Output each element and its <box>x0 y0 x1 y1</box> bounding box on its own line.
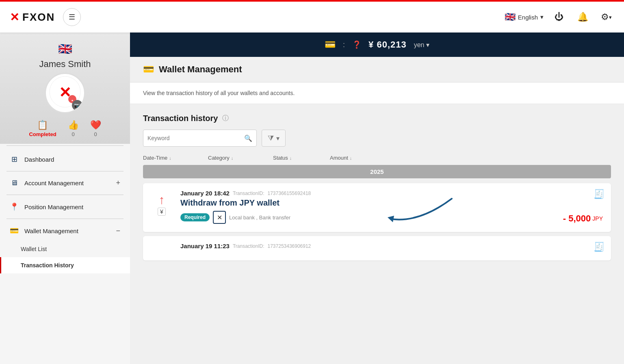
page-body: 💳 Wallet Management View the transaction… <box>130 57 624 364</box>
tag-required: Required <box>180 213 210 221</box>
sidebar-item-wallet-management[interactable]: 💳 Wallet Management − <box>0 221 130 241</box>
sidebar-item-position-management[interactable]: 📍 Position Management <box>0 197 130 217</box>
profile-flag-icon: 🇬🇧 <box>58 42 72 56</box>
cancel-icon: ✕ <box>217 214 222 221</box>
balance-help-icon[interactable]: ❓ <box>352 40 361 49</box>
sidebar-item-account-management[interactable]: 🖥 Account Management + <box>0 173 130 193</box>
stat-likes: 👍 0 <box>68 120 79 137</box>
language-label: English <box>518 14 538 21</box>
transaction-section: Transaction history ⓘ 🔍 ⧩ ▾ <box>130 104 624 274</box>
transaction-card-2: January 19 11:23 TransactionID: 17372534… <box>143 236 611 260</box>
search-box: 🔍 <box>143 130 257 147</box>
menu-button[interactable]: ☰ <box>63 8 81 26</box>
balance-value: 60,213 <box>377 39 406 50</box>
navbar-left: ✕ FXON ☰ <box>10 8 81 26</box>
transaction-icon-col-2 <box>150 243 174 246</box>
completed-icon: 📋 <box>37 120 48 130</box>
favorite-count: 0 <box>94 131 97 137</box>
cancel-button-1[interactable]: ✕ <box>213 211 226 224</box>
logo-icon: ✕ <box>10 11 19 24</box>
stat-completed: 📋 Completed <box>29 120 56 137</box>
sidebar-divider-1 <box>6 145 124 146</box>
tx-meta-row: January 20 18:42 TransactionID: 17373661… <box>180 190 531 197</box>
sidebar-divider-2 <box>6 171 124 171</box>
th-category[interactable]: Category ↓ <box>208 155 273 161</box>
navbar-right: 🇬🇧 English ▾ ⏻ 🔔 ⚙ ▾ <box>505 9 614 25</box>
sidebar-item-wallet-list[interactable]: Wallet List <box>0 241 130 257</box>
sort-icon-datetime: ↓ <box>169 156 171 160</box>
notifications-button[interactable]: 🔔 <box>574 9 591 25</box>
tx-datetime-2: January 19 11:23 <box>180 243 230 249</box>
page-title: Wallet Management <box>159 64 242 75</box>
section-help-icon[interactable]: ⓘ <box>222 114 229 123</box>
camera-icon: 📷 <box>74 102 80 108</box>
withdraw-currency-label: ¥ <box>158 208 166 216</box>
language-selector[interactable]: 🇬🇧 English ▾ <box>505 12 544 22</box>
balance-currency[interactable]: yen ▾ <box>414 41 429 49</box>
page-header-icon: 💳 <box>143 64 154 75</box>
page-header: 💳 Wallet Management <box>130 57 624 82</box>
filter-icon: ⧩ <box>268 134 274 143</box>
settings-button[interactable]: ⚙ ▾ <box>598 9 614 25</box>
transaction-content-1: January 20 18:42 TransactionID: 17373661… <box>180 190 531 225</box>
position-label: Position Management <box>24 204 120 210</box>
avatar: ✕ • 📷 <box>45 73 85 113</box>
section-title-row: Transaction history ⓘ <box>143 114 611 123</box>
main-layout: 🇬🇧 James Smith ✕ • 📷 � <box>0 32 624 364</box>
search-input[interactable] <box>147 135 244 141</box>
heart-icon: ❤️ <box>90 120 101 130</box>
th-status[interactable]: Status ↓ <box>273 155 330 161</box>
logo: ✕ FXON <box>10 11 55 24</box>
receipt-button-2[interactable]: 🧾 <box>594 242 604 252</box>
wallet-icon: 💳 <box>10 226 19 235</box>
receipt-button-1[interactable]: 🧾 <box>594 189 604 199</box>
profile-stats: 📋 Completed 👍 0 ❤️ 0 <box>29 120 101 137</box>
camera-badge[interactable]: 📷 <box>72 100 82 110</box>
tx-tags-1: Required ✕ Local bank , Bank transfer <box>180 211 531 224</box>
sidebar: 🇬🇧 James Smith ✕ • 📷 � <box>0 32 130 364</box>
tx-id-value-2: 1737253436906912 <box>268 243 311 249</box>
hamburger-icon: ☰ <box>69 13 75 22</box>
wallet-collapse-icon: − <box>116 227 120 235</box>
tx-datetime-1: January 20 18:42 <box>180 190 230 197</box>
arrow-annotation <box>379 195 460 229</box>
tx-title-1: Withdraw from JPY wallet <box>180 198 531 208</box>
tx-id-label-2: TransactionID: <box>233 243 264 249</box>
th-amount[interactable]: Amount ↓ <box>330 155 611 161</box>
search-icon: 🔍 <box>244 134 252 142</box>
table-headers: Date-Time ↓ Category ↓ Status ↓ Amount ↓ <box>143 152 611 165</box>
dashboard-icon: ⊞ <box>10 155 19 164</box>
sidebar-item-transaction-history[interactable]: Transaction History <box>0 257 130 273</box>
receipt-icon: 🧾 <box>594 189 604 199</box>
sidebar-item-dashboard[interactable]: ⊞ Dashboard <box>0 149 130 169</box>
sidebar-divider-3 <box>6 195 124 195</box>
balance-separator: : <box>343 41 345 49</box>
wallet-label: Wallet Management <box>24 228 110 234</box>
profile-name: James Smith <box>39 59 91 69</box>
tx-amount-currency-1: JPY <box>592 215 603 222</box>
logo-text: FXON <box>22 11 55 24</box>
bell-icon: 🔔 <box>577 12 588 22</box>
top-navbar: ✕ FXON ☰ 🇬🇧 English ▾ ⏻ 🔔 ⚙ ▾ <box>0 0 624 32</box>
description-text: View the transaction history of all your… <box>143 90 295 96</box>
sidebar-profile: 🇬🇧 James Smith ✕ • 📷 � <box>0 32 130 144</box>
main-content: 💳 : ❓ ¥ 60,213 yen ▾ 💳 Wallet Management… <box>130 32 624 364</box>
stat-favorites: ❤️ 0 <box>90 120 101 137</box>
balance-chevron: ▾ <box>426 41 429 48</box>
tx-amount-value-1: - 5,000 <box>563 213 591 224</box>
settings-chevron: ▾ <box>609 14 612 20</box>
wallet-list-label: Wallet List <box>21 246 47 252</box>
balance-bar: 💳 : ❓ ¥ 60,213 yen ▾ <box>130 32 624 57</box>
payment-info-1: Local bank , Bank transfer <box>229 214 290 221</box>
filter-button[interactable]: ⧩ ▾ <box>262 130 286 147</box>
tx-id-label-1: TransactionID: <box>233 191 264 196</box>
transaction-icon-col: ↑ ¥ <box>150 190 174 216</box>
th-datetime[interactable]: Date-Time ↓ <box>143 155 208 161</box>
uk-flag-icon: 🇬🇧 <box>505 12 516 22</box>
tx-amount-col-1: - 5,000 JPY <box>538 213 603 225</box>
power-button[interactable]: ⏻ <box>551 9 567 25</box>
account-expand-icon: + <box>116 179 120 187</box>
tx-id-value-1: 1737366155692418 <box>268 191 311 196</box>
sidebar-divider-4 <box>6 219 124 219</box>
gear-icon: ⚙ <box>601 12 609 22</box>
